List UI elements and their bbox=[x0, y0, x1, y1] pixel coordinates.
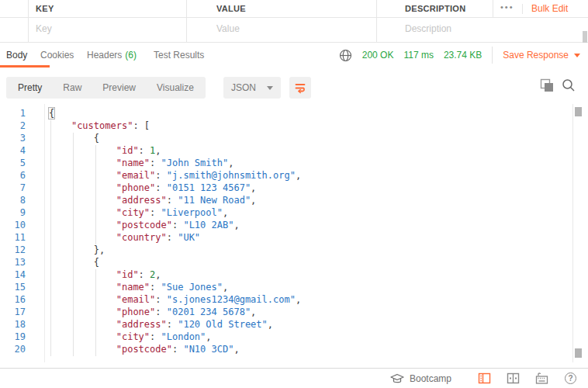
code-line: 16 "email": "s.jones1234@gmail.com", bbox=[0, 293, 588, 306]
wrap-lines-icon bbox=[294, 81, 306, 94]
response-time: 117 ms bbox=[403, 50, 433, 61]
code-line: 10 "postcode": "L10 2AB", bbox=[0, 219, 588, 231]
copy-response-button[interactable] bbox=[540, 78, 554, 92]
editor-scrollbar-thumb[interactable] bbox=[575, 107, 582, 116]
line-number: 16 bbox=[0, 293, 35, 306]
code-line: 18 "address": "120 Old Street", bbox=[0, 318, 588, 331]
keyboard-shortcuts-button[interactable] bbox=[535, 372, 548, 385]
editor-scrollbar-bottom-thumb[interactable] bbox=[575, 348, 582, 358]
language-dropdown-value: JSON bbox=[231, 82, 256, 93]
column-header-key: KEY bbox=[36, 4, 54, 13]
column-divider bbox=[28, 0, 29, 42]
code-line: 2 "customers": [ bbox=[0, 120, 588, 132]
code-line: 3 { bbox=[0, 132, 588, 144]
help-button[interactable]: ? bbox=[564, 372, 577, 385]
line-number: 11 bbox=[0, 231, 35, 244]
line-number: 5 bbox=[0, 157, 35, 169]
input-row-border bbox=[0, 42, 588, 43]
line-number: 15 bbox=[0, 281, 35, 293]
view-mode-segment: Pretty Raw Preview Visualize bbox=[6, 77, 206, 99]
response-size: 23.74 KB bbox=[444, 50, 482, 61]
line-number: 12 bbox=[0, 244, 35, 256]
line-number: 17 bbox=[0, 306, 35, 318]
column-header-description: DESCRIPTION bbox=[405, 4, 465, 13]
line-number: 1 bbox=[0, 107, 35, 120]
params-menu-button[interactable]: ••• bbox=[500, 2, 514, 12]
tab-cookies[interactable]: Cookies bbox=[40, 50, 74, 61]
line-number: 18 bbox=[0, 318, 35, 331]
response-body-editor[interactable]: 1{2 "customers": [3 {4 "id": 1,5 "name":… bbox=[0, 104, 588, 362]
header-row-border bbox=[0, 17, 588, 18]
bulk-edit-link[interactable]: Bulk Edit bbox=[531, 3, 568, 14]
line-number: 2 bbox=[0, 120, 35, 132]
code-line: 5 "name": "John Smith", bbox=[0, 157, 588, 169]
line-number: 20 bbox=[0, 343, 35, 355]
description-input[interactable] bbox=[405, 23, 560, 34]
graduation-cap-icon bbox=[390, 373, 404, 384]
line-number: 8 bbox=[0, 194, 35, 206]
wrap-lines-button[interactable] bbox=[289, 77, 311, 99]
column-divider bbox=[376, 0, 377, 42]
bootcamp-button[interactable]: Bootcamp bbox=[390, 373, 451, 384]
line-number: 3 bbox=[0, 132, 35, 144]
divider bbox=[492, 47, 493, 64]
line-number: 9 bbox=[0, 206, 35, 219]
postman-response-panel: KEY VALUE DESCRIPTION ••• Bulk Edit Body… bbox=[0, 0, 588, 388]
bootcamp-label: Bootcamp bbox=[410, 373, 451, 384]
code-line: 13 { bbox=[0, 256, 588, 268]
chevron-down-icon bbox=[267, 86, 273, 90]
copy-icon bbox=[540, 78, 554, 92]
editor-right-border bbox=[572, 104, 573, 362]
headers-count-badge: (6) bbox=[125, 50, 137, 61]
column-header-value: VALUE bbox=[216, 4, 246, 13]
key-input[interactable] bbox=[36, 23, 179, 34]
status-code: 200 OK bbox=[362, 50, 394, 61]
column-divider bbox=[186, 0, 187, 42]
tab-body[interactable]: Body bbox=[6, 50, 27, 61]
status-bar: Bootcamp bbox=[0, 368, 588, 388]
panel-layout-icon bbox=[478, 372, 491, 385]
mode-preview[interactable]: Preview bbox=[102, 82, 136, 93]
two-pane-view-button[interactable] bbox=[507, 372, 520, 385]
header-divider bbox=[522, 4, 523, 14]
code-line: 7 "phone": "0151 123 4567", bbox=[0, 182, 588, 194]
value-input[interactable] bbox=[216, 23, 370, 34]
code-line: 15 "name": "Sue Jones", bbox=[0, 281, 588, 293]
mode-raw[interactable]: Raw bbox=[63, 82, 81, 93]
mode-pretty[interactable]: Pretty bbox=[18, 82, 42, 93]
code-line: 17 "phone": "0201 234 5678", bbox=[0, 306, 588, 318]
language-dropdown[interactable]: JSON bbox=[223, 77, 281, 99]
split-pane-icon bbox=[507, 372, 520, 385]
help-icon: ? bbox=[565, 372, 576, 384]
tab-headers[interactable]: Headers(6) bbox=[87, 50, 137, 61]
code-line: 8 "address": "11 New Road", bbox=[0, 194, 588, 206]
line-number: 10 bbox=[0, 219, 35, 231]
code-lines: 1{2 "customers": [3 {4 "id": 1,5 "name":… bbox=[0, 107, 588, 355]
tab-test-results[interactable]: Test Results bbox=[154, 50, 204, 61]
globe-icon bbox=[339, 49, 352, 62]
mode-visualize[interactable]: Visualize bbox=[157, 82, 194, 93]
build-browse-toggle-button[interactable] bbox=[478, 372, 491, 385]
code-line: 9 "city": "Liverpool", bbox=[0, 206, 588, 219]
line-number: 6 bbox=[0, 169, 35, 182]
search-response-button[interactable] bbox=[562, 78, 576, 92]
column-divider bbox=[493, 0, 493, 18]
code-line: 1{ bbox=[0, 107, 588, 120]
code-line: 12 }, bbox=[0, 244, 588, 256]
tab-headers-label: Headers bbox=[87, 50, 122, 61]
keyboard-icon bbox=[535, 372, 548, 385]
save-response-label: Save Response bbox=[503, 50, 569, 61]
line-number: 7 bbox=[0, 182, 35, 194]
code-line: 6 "email": "j.smith@johnsmith.org", bbox=[0, 169, 588, 182]
params-scrollbar-thumb[interactable] bbox=[583, 31, 587, 43]
chevron-down-icon bbox=[574, 54, 580, 57]
search-icon bbox=[562, 78, 576, 92]
line-number: 19 bbox=[0, 331, 35, 343]
code-line: 4 "id": 1, bbox=[0, 144, 588, 157]
line-number: 4 bbox=[0, 144, 35, 157]
code-line: 20 "postcode": "N10 3CD", bbox=[0, 343, 588, 355]
code-line: 11 "country": "UK" bbox=[0, 231, 588, 244]
code-line: 19 "city": "London", bbox=[0, 331, 588, 343]
save-response-button[interactable]: Save Response bbox=[503, 50, 580, 61]
line-number: 13 bbox=[0, 256, 35, 268]
